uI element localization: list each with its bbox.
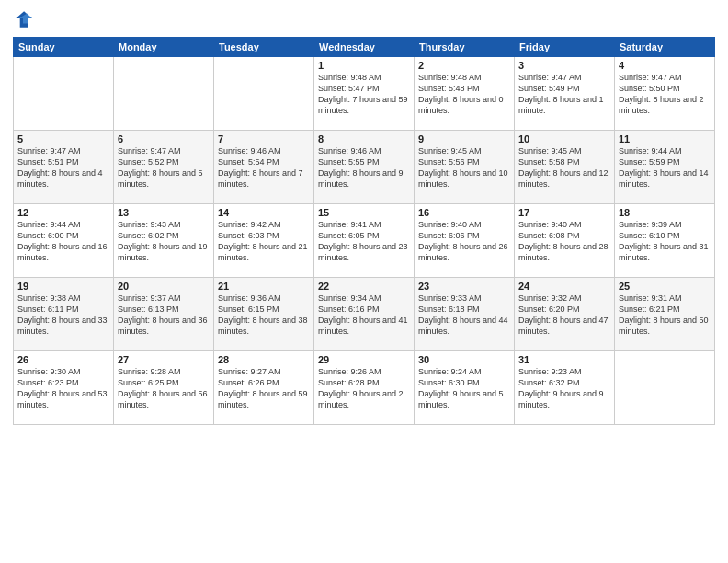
day-info-7: Sunrise: 9:46 AM Sunset: 5:54 PM Dayligh… (218, 145, 310, 190)
weekday-header-tuesday: Tuesday (214, 38, 314, 57)
day-cell-5: 5Sunrise: 9:47 AM Sunset: 5:51 PM Daylig… (14, 131, 114, 204)
day-number-7: 7 (218, 133, 310, 144)
day-number-16: 16 (418, 207, 510, 218)
day-info-9: Sunrise: 9:45 AM Sunset: 5:56 PM Dayligh… (418, 145, 510, 190)
day-number-15: 15 (318, 207, 410, 218)
day-cell-7: 7Sunrise: 9:46 AM Sunset: 5:54 PM Daylig… (214, 131, 314, 204)
day-info-11: Sunrise: 9:44 AM Sunset: 5:59 PM Dayligh… (619, 145, 711, 190)
day-cell-4: 4Sunrise: 9:47 AM Sunset: 5:50 PM Daylig… (615, 57, 715, 131)
day-cell-8: 8Sunrise: 9:46 AM Sunset: 5:55 PM Daylig… (314, 131, 415, 204)
day-number-10: 10 (518, 133, 610, 144)
page: SundayMondayTuesdayWednesdayThursdayFrid… (0, 0, 728, 563)
day-number-28: 28 (218, 354, 310, 365)
day-number-23: 23 (418, 281, 510, 292)
day-cell-17: 17Sunrise: 9:40 AM Sunset: 6:08 PM Dayli… (515, 204, 615, 278)
day-number-13: 13 (118, 207, 210, 218)
day-info-1: Sunrise: 9:48 AM Sunset: 5:47 PM Dayligh… (318, 72, 410, 117)
day-number-20: 20 (118, 281, 210, 292)
day-info-29: Sunrise: 9:26 AM Sunset: 6:28 PM Dayligh… (318, 366, 410, 411)
day-number-3: 3 (518, 60, 610, 71)
day-number-19: 19 (17, 281, 109, 292)
day-cell-18: 18Sunrise: 9:39 AM Sunset: 6:10 PM Dayli… (615, 204, 715, 278)
day-info-10: Sunrise: 9:45 AM Sunset: 5:58 PM Dayligh… (518, 145, 610, 190)
day-cell-12: 12Sunrise: 9:44 AM Sunset: 6:00 PM Dayli… (14, 204, 114, 278)
day-info-30: Sunrise: 9:24 AM Sunset: 6:30 PM Dayligh… (418, 366, 510, 411)
logo-icon (13, 9, 33, 29)
week-row-2: 5Sunrise: 9:47 AM Sunset: 5:51 PM Daylig… (14, 131, 715, 204)
day-info-5: Sunrise: 9:47 AM Sunset: 5:51 PM Dayligh… (17, 145, 109, 190)
day-cell-2: 2Sunrise: 9:48 AM Sunset: 5:48 PM Daylig… (415, 57, 515, 131)
day-info-26: Sunrise: 9:30 AM Sunset: 6:23 PM Dayligh… (17, 366, 109, 411)
day-info-19: Sunrise: 9:38 AM Sunset: 6:11 PM Dayligh… (17, 293, 109, 338)
header (13, 9, 715, 29)
weekday-header-monday: Monday (114, 38, 214, 57)
day-cell-21: 21Sunrise: 9:36 AM Sunset: 6:15 PM Dayli… (214, 278, 314, 351)
day-cell-24: 24Sunrise: 9:32 AM Sunset: 6:20 PM Dayli… (515, 278, 615, 351)
day-cell-13: 13Sunrise: 9:43 AM Sunset: 6:02 PM Dayli… (114, 204, 214, 278)
day-info-21: Sunrise: 9:36 AM Sunset: 6:15 PM Dayligh… (218, 293, 310, 338)
day-cell-14: 14Sunrise: 9:42 AM Sunset: 6:03 PM Dayli… (214, 204, 314, 278)
empty-cell (14, 57, 114, 131)
day-number-17: 17 (518, 207, 610, 218)
day-number-24: 24 (518, 281, 610, 292)
weekday-header-row: SundayMondayTuesdayWednesdayThursdayFrid… (14, 38, 715, 57)
day-info-17: Sunrise: 9:40 AM Sunset: 6:08 PM Dayligh… (518, 219, 610, 264)
day-info-6: Sunrise: 9:47 AM Sunset: 5:52 PM Dayligh… (118, 145, 210, 190)
day-cell-29: 29Sunrise: 9:26 AM Sunset: 6:28 PM Dayli… (314, 351, 415, 425)
weekday-header-thursday: Thursday (415, 38, 515, 57)
day-number-30: 30 (418, 354, 510, 365)
week-row-3: 12Sunrise: 9:44 AM Sunset: 6:00 PM Dayli… (14, 204, 715, 278)
day-info-18: Sunrise: 9:39 AM Sunset: 6:10 PM Dayligh… (619, 219, 711, 264)
day-number-9: 9 (418, 133, 510, 144)
day-number-5: 5 (17, 133, 109, 144)
day-cell-20: 20Sunrise: 9:37 AM Sunset: 6:13 PM Dayli… (114, 278, 214, 351)
day-number-14: 14 (218, 207, 310, 218)
logo (13, 9, 37, 29)
empty-cell (214, 57, 314, 131)
day-info-28: Sunrise: 9:27 AM Sunset: 6:26 PM Dayligh… (218, 366, 310, 411)
day-number-27: 27 (118, 354, 210, 365)
day-cell-1: 1Sunrise: 9:48 AM Sunset: 5:47 PM Daylig… (314, 57, 415, 131)
day-info-22: Sunrise: 9:34 AM Sunset: 6:16 PM Dayligh… (318, 293, 410, 338)
weekday-header-wednesday: Wednesday (314, 38, 415, 57)
day-cell-3: 3Sunrise: 9:47 AM Sunset: 5:49 PM Daylig… (515, 57, 615, 131)
weekday-header-sunday: Sunday (14, 38, 114, 57)
day-number-2: 2 (418, 60, 510, 71)
day-cell-25: 25Sunrise: 9:31 AM Sunset: 6:21 PM Dayli… (615, 278, 715, 351)
day-info-12: Sunrise: 9:44 AM Sunset: 6:00 PM Dayligh… (17, 219, 109, 264)
day-number-8: 8 (318, 133, 410, 144)
week-row-4: 19Sunrise: 9:38 AM Sunset: 6:11 PM Dayli… (14, 278, 715, 351)
day-info-27: Sunrise: 9:28 AM Sunset: 6:25 PM Dayligh… (118, 366, 210, 411)
day-cell-30: 30Sunrise: 9:24 AM Sunset: 6:30 PM Dayli… (415, 351, 515, 425)
day-cell-31: 31Sunrise: 9:23 AM Sunset: 6:32 PM Dayli… (515, 351, 615, 425)
day-number-25: 25 (619, 281, 711, 292)
day-info-15: Sunrise: 9:41 AM Sunset: 6:05 PM Dayligh… (318, 219, 410, 264)
weekday-header-friday: Friday (515, 38, 615, 57)
day-info-8: Sunrise: 9:46 AM Sunset: 5:55 PM Dayligh… (318, 145, 410, 190)
day-cell-26: 26Sunrise: 9:30 AM Sunset: 6:23 PM Dayli… (14, 351, 114, 425)
day-number-1: 1 (318, 60, 410, 71)
calendar-table: SundayMondayTuesdayWednesdayThursdayFrid… (13, 37, 715, 425)
day-number-22: 22 (318, 281, 410, 292)
day-number-12: 12 (17, 207, 109, 218)
day-info-24: Sunrise: 9:32 AM Sunset: 6:20 PM Dayligh… (518, 293, 610, 338)
day-info-14: Sunrise: 9:42 AM Sunset: 6:03 PM Dayligh… (218, 219, 310, 264)
day-cell-11: 11Sunrise: 9:44 AM Sunset: 5:59 PM Dayli… (615, 131, 715, 204)
day-number-4: 4 (619, 60, 711, 71)
day-number-6: 6 (118, 133, 210, 144)
day-info-2: Sunrise: 9:48 AM Sunset: 5:48 PM Dayligh… (418, 72, 510, 117)
day-cell-23: 23Sunrise: 9:33 AM Sunset: 6:18 PM Dayli… (415, 278, 515, 351)
day-cell-28: 28Sunrise: 9:27 AM Sunset: 6:26 PM Dayli… (214, 351, 314, 425)
day-cell-19: 19Sunrise: 9:38 AM Sunset: 6:11 PM Dayli… (14, 278, 114, 351)
day-info-4: Sunrise: 9:47 AM Sunset: 5:50 PM Dayligh… (619, 72, 711, 117)
weekday-header-saturday: Saturday (615, 38, 715, 57)
day-cell-9: 9Sunrise: 9:45 AM Sunset: 5:56 PM Daylig… (415, 131, 515, 204)
day-cell-10: 10Sunrise: 9:45 AM Sunset: 5:58 PM Dayli… (515, 131, 615, 204)
day-cell-15: 15Sunrise: 9:41 AM Sunset: 6:05 PM Dayli… (314, 204, 415, 278)
day-info-13: Sunrise: 9:43 AM Sunset: 6:02 PM Dayligh… (118, 219, 210, 264)
day-info-20: Sunrise: 9:37 AM Sunset: 6:13 PM Dayligh… (118, 293, 210, 338)
day-cell-22: 22Sunrise: 9:34 AM Sunset: 6:16 PM Dayli… (314, 278, 415, 351)
day-info-25: Sunrise: 9:31 AM Sunset: 6:21 PM Dayligh… (619, 293, 711, 338)
day-number-31: 31 (518, 354, 610, 365)
empty-cell (114, 57, 214, 131)
